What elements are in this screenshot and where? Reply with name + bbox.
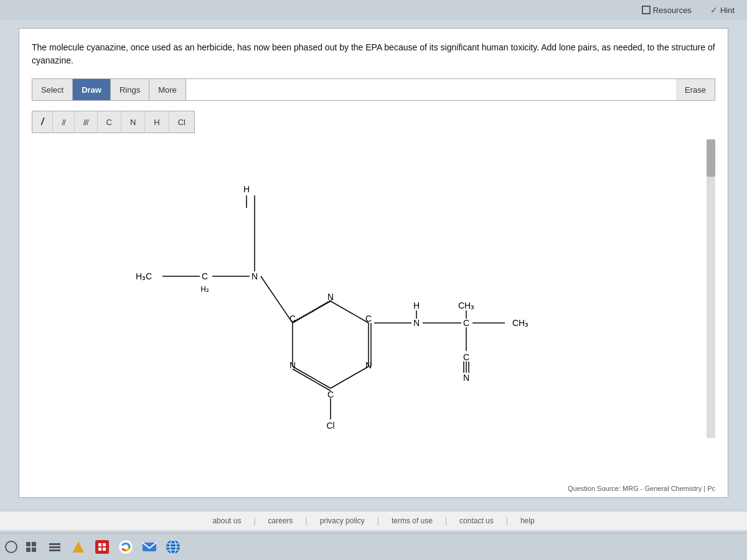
svg-rect-34 xyxy=(103,543,106,546)
taskbar-icon-3[interactable] xyxy=(68,537,88,557)
footer-privacy[interactable]: privacy policy xyxy=(320,516,365,525)
bond-triple-button[interactable]: /// xyxy=(75,111,98,133)
bond-double-button[interactable]: // xyxy=(53,111,74,133)
footer-terms[interactable]: terms of use xyxy=(392,516,433,525)
atom-H2: H₂ xyxy=(200,285,209,294)
hint-label: Hint xyxy=(720,6,735,15)
atom-C-left: C xyxy=(202,271,208,281)
taskbar-icon-4[interactable] xyxy=(92,537,112,557)
footer-about[interactable]: about us xyxy=(212,516,241,525)
hint-item[interactable]: ✓ Hint xyxy=(710,5,735,15)
svg-rect-30 xyxy=(49,549,60,551)
footer: about us | careers | privacy policy | te… xyxy=(0,511,747,530)
resources-checkbox xyxy=(642,6,651,14)
atom-C-right: C xyxy=(463,318,469,328)
draw-area[interactable]: H H₃C C H₂ N xyxy=(32,139,715,438)
atom-C-triple: C xyxy=(463,352,469,362)
atom-H3C: H₃C xyxy=(136,271,152,281)
svg-rect-29 xyxy=(49,546,60,548)
ring-N-top: N xyxy=(327,292,334,302)
bond-single-button[interactable]: / xyxy=(32,111,53,133)
taskbar-icon-browser[interactable] xyxy=(163,537,183,557)
atom-Cl: Cl xyxy=(326,421,334,431)
question-text: The molecule cyanazine, once used as an … xyxy=(32,41,715,67)
ring-C-topright: C xyxy=(365,314,372,324)
atom-CH3-top: CH₃ xyxy=(458,301,474,310)
atom-C-button[interactable]: C xyxy=(98,111,121,133)
taskbar-icon-1[interactable] xyxy=(21,537,41,557)
resources-item[interactable]: Resources xyxy=(642,6,692,15)
svg-point-38 xyxy=(123,544,128,549)
svg-rect-33 xyxy=(98,543,101,546)
taskbar-icon-2[interactable] xyxy=(45,537,65,557)
svg-line-6 xyxy=(294,299,332,321)
svg-rect-36 xyxy=(103,548,106,551)
atom-H-button[interactable]: H xyxy=(145,111,169,133)
svg-rect-35 xyxy=(98,548,101,551)
scrollbar-thumb[interactable] xyxy=(707,139,715,177)
footer-careers[interactable]: careers xyxy=(268,516,293,525)
svg-line-10 xyxy=(331,366,369,388)
svg-line-12 xyxy=(293,369,331,391)
main-toolbar: Select Draw Rings More Erase xyxy=(32,78,715,101)
taskbar-icon-google[interactable] xyxy=(116,537,136,557)
svg-rect-25 xyxy=(32,542,36,546)
ring-N-bottomleft: N xyxy=(289,360,296,370)
bond-atom-toolbar: / // /// C N H Cl xyxy=(32,111,195,133)
atom-N-right: N xyxy=(413,318,420,328)
more-section: More xyxy=(149,79,186,100)
rings-button[interactable]: Rings xyxy=(111,79,149,100)
question-source: Question Source: MRG - General Chemistry… xyxy=(568,485,715,492)
scrollbar[interactable] xyxy=(707,139,715,438)
draw-section: Draw xyxy=(73,79,111,100)
svg-rect-27 xyxy=(32,548,36,552)
taskbar xyxy=(0,533,747,560)
erase-section: Erase xyxy=(676,79,715,100)
taskbar-icon-mail[interactable] xyxy=(139,537,159,557)
ring-C-topleft: C xyxy=(289,314,296,324)
svg-line-11 xyxy=(293,366,331,388)
molecule-svg: H H₃C C H₂ N xyxy=(63,152,623,438)
svg-rect-28 xyxy=(49,543,60,545)
ring-C-bottom: C xyxy=(327,390,334,399)
select-section: Select xyxy=(32,79,73,100)
rings-section: Rings xyxy=(111,79,149,100)
taskbar-circle[interactable] xyxy=(5,541,17,553)
atom-N-left: N xyxy=(251,271,258,281)
hint-checkmark: ✓ xyxy=(710,5,718,15)
atom-N-triple: N xyxy=(463,373,469,383)
ring-N-bottomright: N xyxy=(365,360,372,370)
resources-label: Resources xyxy=(653,6,692,15)
svg-line-7 xyxy=(331,301,369,323)
footer-contact[interactable]: contact us xyxy=(459,516,494,525)
svg-line-4 xyxy=(261,276,293,323)
svg-marker-31 xyxy=(73,541,84,553)
atom-N-button[interactable]: N xyxy=(121,111,145,133)
svg-line-5 xyxy=(293,301,331,323)
top-bar: Resources ✓ Hint xyxy=(0,0,747,20)
atom-Cl-button[interactable]: Cl xyxy=(169,111,194,133)
footer-help[interactable]: help xyxy=(520,516,535,525)
draw-button[interactable]: Draw xyxy=(73,79,110,100)
svg-rect-24 xyxy=(26,542,31,546)
atom-CH3-right: CH₃ xyxy=(512,318,529,328)
atom-H-right: H xyxy=(413,301,420,310)
svg-rect-32 xyxy=(95,540,109,554)
more-button[interactable]: More xyxy=(149,79,186,100)
erase-button[interactable]: Erase xyxy=(676,79,715,100)
atom-H-top: H xyxy=(243,184,250,194)
svg-rect-26 xyxy=(26,548,31,552)
select-button[interactable]: Select xyxy=(32,79,72,100)
main-card: The molecule cyanazine, once used as an … xyxy=(19,28,728,498)
